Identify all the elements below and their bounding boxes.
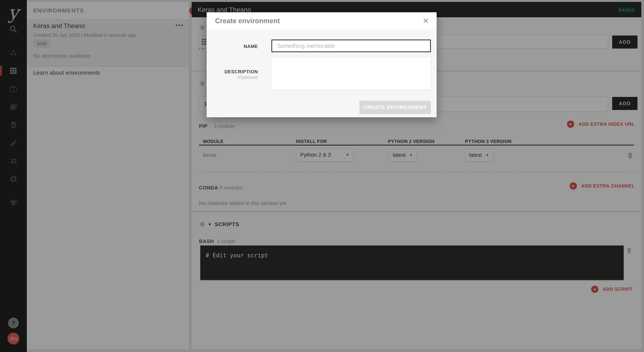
description-optional-hint: (Optional) xyxy=(211,75,258,80)
name-label: NAME xyxy=(211,44,258,49)
create-environment-modal: Create environment ✕ NAME DESCRIPTION (O… xyxy=(206,12,436,117)
close-icon[interactable]: ✕ xyxy=(423,17,428,25)
modal-header: Create environment ✕ xyxy=(206,12,436,29)
environment-name-input[interactable] xyxy=(272,40,431,52)
create-environment-button[interactable]: CREATE ENVIRONMENT xyxy=(360,101,431,114)
modal-title: Create environment xyxy=(215,12,280,29)
environment-description-textarea[interactable] xyxy=(272,57,431,90)
description-label: DESCRIPTION xyxy=(211,69,258,74)
